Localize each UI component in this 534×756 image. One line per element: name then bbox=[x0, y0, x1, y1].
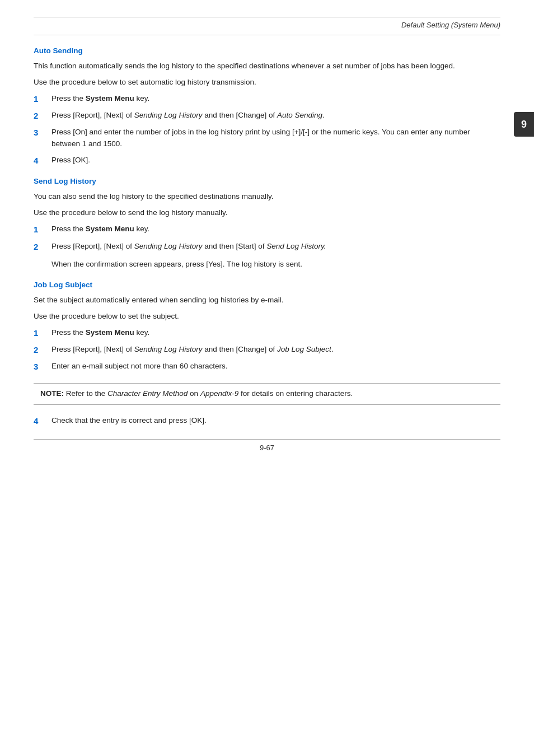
note-box: NOTE: Refer to the Character Entry Metho… bbox=[34, 383, 500, 405]
step-text: Press the System Menu key. bbox=[51, 327, 500, 339]
step-send-1: 1 Press the System Menu key. bbox=[34, 223, 500, 236]
send-log-intro-1: You can also send the log history to the… bbox=[34, 191, 500, 203]
step-text: Press the System Menu key. bbox=[51, 223, 500, 235]
section-title-auto-sending: Auto Sending bbox=[34, 46, 500, 55]
auto-sending-intro-1: This function automatically sends the lo… bbox=[34, 60, 500, 72]
page-header-title: Default Setting (System Menu) bbox=[401, 21, 500, 29]
step-auto-3: 3 Press [On] and enter the number of job… bbox=[34, 127, 500, 150]
section-auto-sending: Auto Sending This function automatically… bbox=[34, 46, 500, 167]
step-job-2: 2 Press [Report], [Next] of Sending Log … bbox=[34, 344, 500, 356]
step-num: 2 bbox=[34, 109, 51, 122]
step-num: 2 bbox=[34, 343, 51, 356]
step-send-2: 2 Press [Report], [Next] of Sending Log … bbox=[34, 241, 500, 253]
footer-rule bbox=[34, 439, 500, 440]
step-num: 4 bbox=[34, 154, 51, 167]
step-text: Press [Report], [Next] of Sending Log Hi… bbox=[51, 241, 500, 253]
step-auto-2: 2 Press [Report], [Next] of Sending Log … bbox=[34, 110, 500, 122]
step-num: 1 bbox=[34, 92, 51, 105]
step-job-1: 1 Press the System Menu key. bbox=[34, 327, 500, 339]
step-job-3: 3 Enter an e-mail subject not more than … bbox=[34, 361, 500, 373]
step-text: Press [On] and enter the number of jobs … bbox=[51, 127, 500, 150]
job-log-intro-1: Set the subject automatically entered wh… bbox=[34, 295, 500, 306]
step-sub-send-2: When the confirmation screen appears, pr… bbox=[51, 259, 500, 270]
page-number: 9-67 bbox=[0, 444, 534, 452]
step-num: 1 bbox=[34, 223, 51, 236]
section-title-send-log-history: Send Log History bbox=[34, 177, 500, 185]
section-send-log-history: Send Log History You can also send the l… bbox=[34, 177, 500, 270]
step-num: 3 bbox=[34, 126, 51, 139]
auto-sending-intro-2: Use the procedure below to set automatic… bbox=[34, 77, 500, 88]
send-log-intro-2: Use the procedure below to send the log … bbox=[34, 207, 500, 219]
section-title-job-log-subject: Job Log Subject bbox=[34, 281, 500, 289]
step-text: Press the System Menu key. bbox=[51, 93, 500, 105]
step-num: 1 bbox=[34, 326, 51, 339]
job-log-intro-2: Use the procedure below to set the subje… bbox=[34, 311, 500, 323]
chapter-tab: 9 bbox=[514, 112, 534, 137]
step-text: Check that the entry is correct and pres… bbox=[51, 415, 500, 427]
step-text: Press [Report], [Next] of Sending Log Hi… bbox=[51, 110, 500, 122]
step-num: 2 bbox=[34, 240, 51, 253]
section-job-log-subject: Job Log Subject Set the subject automati… bbox=[34, 281, 500, 428]
step-num: 3 bbox=[34, 360, 51, 373]
step-num: 4 bbox=[34, 414, 51, 427]
step-auto-1: 1 Press the System Menu key. bbox=[34, 93, 500, 105]
step-text: Enter an e-mail subject not more than 60… bbox=[51, 361, 500, 372]
step-job-4: 4 Check that the entry is correct and pr… bbox=[34, 415, 500, 427]
step-auto-4: 4 Press [OK]. bbox=[34, 155, 500, 167]
step-text: Press [Report], [Next] of Sending Log Hi… bbox=[51, 344, 500, 356]
step-text: Press [OK]. bbox=[51, 155, 500, 166]
